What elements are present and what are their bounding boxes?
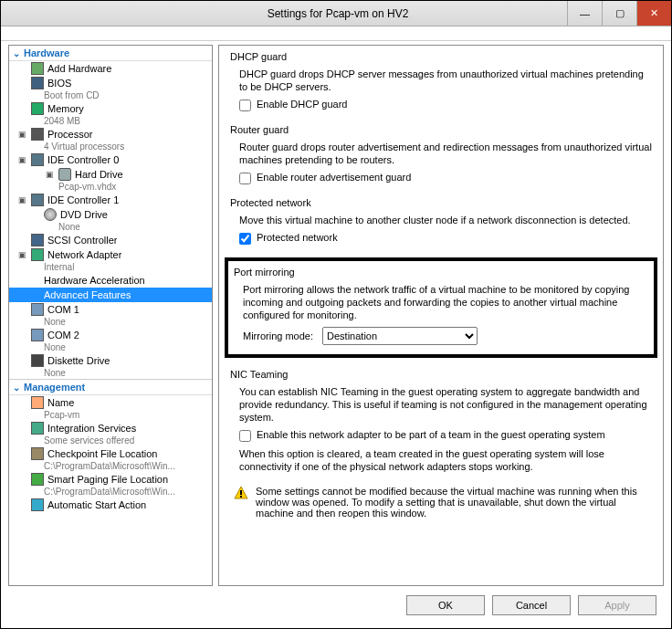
tree-smart-paging[interactable]: Smart Paging File Location bbox=[9, 472, 212, 487]
tree-memory-sub: 2048 MB bbox=[9, 116, 212, 127]
settings-tree: ⌄Hardware Add Hardware BIOS Boot from CD… bbox=[8, 45, 213, 586]
ide-icon bbox=[31, 194, 44, 206]
collapse-icon: ⌄ bbox=[13, 48, 20, 58]
tree-com1[interactable]: COM 1 bbox=[9, 302, 212, 317]
tree-ide0[interactable]: ▣IDE Controller 0 bbox=[9, 152, 212, 167]
tree-net-sub: Internal bbox=[9, 262, 212, 273]
tree-diskette-sub: None bbox=[9, 368, 212, 379]
tree-advanced-features[interactable]: Advanced Features bbox=[9, 288, 212, 302]
ok-button[interactable]: OK bbox=[406, 595, 485, 615]
dialog-footer: OK Cancel Apply bbox=[1, 590, 671, 628]
nic-teaming-group: NIC Teaming You can establish NIC Teamin… bbox=[230, 369, 652, 473]
com-port-icon bbox=[31, 329, 44, 341]
protected-network-desc: Move this virtual machine to another clu… bbox=[239, 214, 652, 226]
apply-button[interactable]: Apply bbox=[578, 595, 656, 615]
tree-bios[interactable]: BIOS bbox=[9, 76, 212, 90]
collapse-icon[interactable]: ▣ bbox=[16, 195, 27, 204]
memory-icon bbox=[31, 102, 44, 115]
port-mirroring-group: Port mirroring Port mirroring allows the… bbox=[225, 257, 657, 358]
router-guard-group: Router guard Router guard drops router a… bbox=[230, 124, 652, 184]
collapse-icon[interactable]: ▣ bbox=[16, 250, 27, 259]
enable-router-guard-row[interactable]: Enable router advertisement guard bbox=[239, 172, 652, 184]
tree-auto-start[interactable]: Automatic Start Action bbox=[9, 498, 212, 512]
warning-message: Some settings cannot be modified because… bbox=[234, 486, 652, 519]
title-bar: Settings for Pcap-vm on HV2 — ▢ ✕ bbox=[1, 1, 671, 26]
tree-com2[interactable]: COM 2 bbox=[9, 328, 212, 342]
collapse-icon: ⌄ bbox=[13, 383, 20, 393]
enable-router-guard-checkbox[interactable] bbox=[239, 173, 251, 184]
hard-drive-icon bbox=[58, 168, 71, 181]
tree-ide1[interactable]: ▣IDE Controller 1 bbox=[9, 193, 212, 207]
dvd-icon bbox=[44, 208, 57, 221]
nic-teaming-desc2: When this option is cleared, a team crea… bbox=[239, 447, 652, 473]
ide-icon bbox=[31, 153, 44, 166]
tree-hd-sub: Pcap-vm.vhdx bbox=[9, 182, 212, 193]
tree-processor-sub: 4 Virtual processors bbox=[9, 142, 212, 152]
tree-checkpoint[interactable]: Checkpoint File Location bbox=[9, 446, 212, 461]
maximize-button[interactable]: ▢ bbox=[602, 1, 636, 26]
tree-name[interactable]: Name bbox=[9, 395, 212, 410]
dhcp-guard-desc: DHCP guard drops DHCP server messages fr… bbox=[239, 68, 652, 93]
integration-icon bbox=[31, 422, 44, 435]
checkpoint-icon bbox=[31, 447, 44, 460]
protected-network-group: Protected network Move this virtual mach… bbox=[230, 197, 652, 245]
protected-network-title: Protected network bbox=[230, 197, 652, 214]
minimize-button[interactable]: — bbox=[567, 1, 602, 26]
enable-nic-teaming-row[interactable]: Enable this network adapter to be part o… bbox=[239, 429, 652, 442]
name-icon bbox=[31, 396, 44, 409]
settings-panel: DHCP guard DHCP guard drops DHCP server … bbox=[218, 45, 664, 586]
dhcp-guard-title: DHCP guard bbox=[230, 51, 652, 68]
window-title: Settings for Pcap-vm on HV2 bbox=[109, 7, 567, 20]
tree-integ-sub: Some services offered bbox=[9, 435, 212, 446]
enable-dhcp-guard-checkbox[interactable] bbox=[239, 100, 251, 111]
nic-teaming-desc: You can establish NIC Teaming in the gue… bbox=[239, 385, 652, 424]
tree-integration[interactable]: Integration Services bbox=[9, 421, 212, 435]
smart-paging-icon bbox=[31, 473, 44, 486]
tree-com2-sub: None bbox=[9, 342, 212, 353]
scsi-icon bbox=[31, 234, 44, 246]
section-hardware[interactable]: ⌄Hardware bbox=[9, 46, 212, 61]
protected-network-row[interactable]: Protected network bbox=[239, 232, 652, 245]
tree-hard-drive[interactable]: ▣Hard Drive bbox=[9, 167, 212, 182]
tree-add-hardware[interactable]: Add Hardware bbox=[9, 61, 212, 76]
svg-rect-1 bbox=[240, 490, 242, 495]
tree-diskette[interactable]: Diskette Drive bbox=[9, 353, 212, 368]
cancel-button[interactable]: Cancel bbox=[492, 595, 571, 615]
warning-icon bbox=[234, 486, 248, 500]
tree-smart-sub: C:\ProgramData\Microsoft\Win... bbox=[9, 487, 212, 498]
tree-processor[interactable]: ▣Processor bbox=[9, 127, 212, 142]
section-management[interactable]: ⌄Management bbox=[9, 379, 212, 395]
tree-memory[interactable]: Memory bbox=[9, 101, 212, 116]
mirroring-mode-label: Mirroring mode: bbox=[243, 330, 313, 341]
close-button[interactable]: ✕ bbox=[636, 1, 671, 26]
router-guard-desc: Router guard drops router advertisement … bbox=[239, 141, 652, 166]
enable-dhcp-guard-row[interactable]: Enable DHCP guard bbox=[239, 99, 652, 111]
processor-icon bbox=[31, 128, 44, 141]
port-mirroring-desc: Port mirroring allows the network traffi… bbox=[243, 283, 648, 321]
svg-rect-2 bbox=[240, 496, 242, 498]
port-mirroring-title: Port mirroring bbox=[234, 267, 648, 283]
com-port-icon bbox=[31, 303, 44, 316]
bios-icon bbox=[31, 77, 44, 89]
tree-network-adapter[interactable]: ▣Network Adapter bbox=[9, 247, 212, 262]
router-guard-title: Router guard bbox=[230, 124, 652, 141]
expand-icon[interactable]: ▣ bbox=[16, 130, 27, 139]
expand-icon[interactable]: ▣ bbox=[44, 170, 55, 179]
tree-com1-sub: None bbox=[9, 317, 212, 328]
tree-dvd-sub: None bbox=[9, 222, 212, 233]
tree-hw-accel[interactable]: Hardware Acceleration bbox=[9, 273, 212, 288]
tree-name-sub: Pcap-vm bbox=[9, 410, 212, 421]
enable-nic-teaming-checkbox[interactable] bbox=[239, 430, 251, 442]
dhcp-guard-group: DHCP guard DHCP guard drops DHCP server … bbox=[230, 51, 652, 111]
mirroring-mode-select[interactable]: Destination bbox=[322, 327, 478, 345]
toolbar-row bbox=[1, 26, 671, 41]
auto-start-icon bbox=[31, 498, 44, 511]
tree-dvd[interactable]: DVD Drive bbox=[9, 207, 212, 222]
collapse-icon[interactable]: ▣ bbox=[16, 155, 27, 164]
add-hardware-icon bbox=[31, 62, 44, 75]
diskette-icon bbox=[31, 354, 44, 367]
tree-chk-sub: C:\ProgramData\Microsoft\Win... bbox=[9, 461, 212, 472]
protected-network-checkbox[interactable] bbox=[239, 233, 251, 245]
nic-teaming-title: NIC Teaming bbox=[230, 369, 652, 385]
tree-scsi[interactable]: SCSI Controller bbox=[9, 233, 212, 247]
